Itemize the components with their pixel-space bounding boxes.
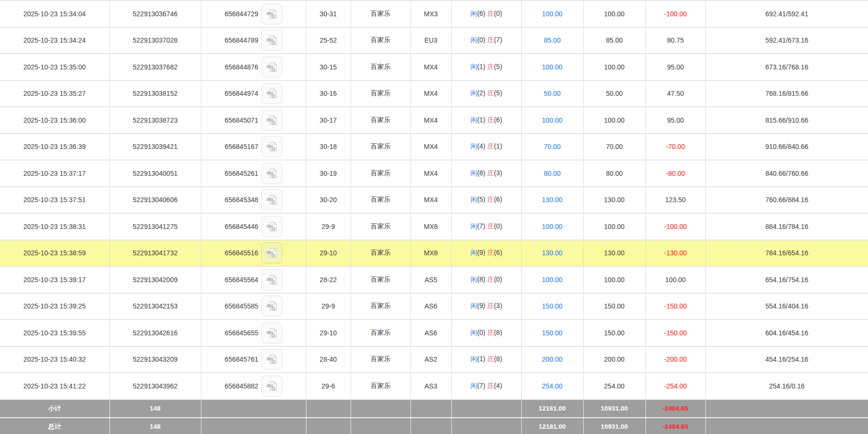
- cell-win-loss: -150.00: [645, 293, 705, 320]
- cell-round-number: 656844729: [201, 0, 306, 27]
- banker-result-label: 庄: [487, 275, 494, 283]
- bet-records-table: 2025-10-23 15:34:04 522913036746 6568447…: [0, 0, 868, 434]
- video-replay-button[interactable]: [261, 269, 282, 290]
- grand-total-bet-amount: 12181.00: [521, 418, 583, 434]
- grand-total-label: 总计: [0, 418, 109, 434]
- player-result-label: 闲: [470, 222, 477, 230]
- video-replay-button[interactable]: [261, 216, 282, 237]
- banker-result-label: 庄: [487, 222, 494, 230]
- grand-total-win-loss: -2404.65: [645, 418, 705, 434]
- table-row[interactable]: 2025-10-23 15:39:17 522913042009 6568455…: [0, 266, 868, 293]
- video-file-icon: [266, 274, 278, 286]
- table-row[interactable]: 2025-10-23 15:36:00 522913038723 6568450…: [0, 107, 868, 134]
- video-replay-button[interactable]: [261, 376, 282, 397]
- video-replay-button[interactable]: [261, 30, 282, 51]
- cell-bet-amount: 200.00: [521, 346, 583, 373]
- cell-table-code: MX4: [411, 107, 451, 134]
- banker-result-count: (3): [494, 302, 502, 309]
- table-row[interactable]: 2025-10-23 15:35:27 522913038152 6568449…: [0, 80, 868, 107]
- cell-bet-id: 522913038152: [109, 80, 201, 107]
- video-replay-button[interactable]: [261, 189, 282, 210]
- video-file-icon: [266, 34, 278, 46]
- table-row[interactable]: 2025-10-23 15:36:39 522913039421 6568451…: [0, 134, 868, 160]
- table-row[interactable]: 2025-10-23 15:35:00 522913037682 6568448…: [0, 54, 868, 80]
- player-result-count: (4): [477, 142, 485, 150]
- player-result-label: 闲: [470, 249, 477, 256]
- round-number: 656844789: [224, 36, 258, 44]
- cell-bet-id: 522913041275: [109, 213, 201, 240]
- table-row[interactable]: 2025-10-23 15:34:04 522913036746 6568447…: [0, 0, 868, 27]
- video-replay-button[interactable]: [261, 349, 282, 370]
- banker-result-label: 庄: [487, 302, 494, 309]
- round-number: 656845585: [224, 302, 258, 310]
- player-result-label: 闲: [470, 89, 477, 97]
- round-number: 656845655: [224, 329, 258, 337]
- table-row[interactable]: 2025-10-23 15:38:31 522913041275 6568454…: [0, 213, 868, 240]
- cell-balance: 604.16/454.16: [705, 320, 868, 346]
- cell-valid-amount: 80.00: [583, 160, 645, 187]
- video-file-icon: [266, 300, 278, 312]
- cell-game-name: 百家乐: [351, 0, 411, 27]
- cell-bet-time: 2025-10-23 15:38:59: [0, 240, 109, 267]
- video-replay-button[interactable]: [261, 136, 282, 157]
- player-result-label: 闲: [470, 195, 477, 203]
- video-replay-button[interactable]: [261, 163, 282, 184]
- video-replay-button[interactable]: [261, 296, 282, 317]
- table-row[interactable]: 2025-10-23 15:37:51 522913040606 6568453…: [0, 187, 868, 214]
- cell-bet-time: 2025-10-23 15:39:25: [0, 293, 109, 320]
- cell-valid-amount: 100.00: [583, 54, 645, 80]
- grand-total-valid-amount: 10931.00: [583, 418, 645, 434]
- cell-bet-time: 2025-10-23 15:34:04: [0, 0, 109, 27]
- player-result-label: 闲: [470, 116, 477, 124]
- cell-balance: 884.16/784.16: [705, 213, 868, 240]
- video-replay-button[interactable]: [261, 83, 282, 104]
- table-row[interactable]: 2025-10-23 15:38:59 522913041732 6568455…: [0, 240, 868, 267]
- table-row[interactable]: 2025-10-23 15:34:24 522913037028 6568447…: [0, 27, 868, 54]
- cell-table-seat: 28-40: [306, 346, 351, 373]
- round-number: 656844974: [224, 90, 258, 97]
- cell-bet-amount: 150.00: [521, 320, 583, 346]
- cell-balance: 760.66/884.16: [705, 187, 868, 214]
- video-replay-button[interactable]: [261, 110, 282, 131]
- video-file-icon: [266, 327, 278, 339]
- cell-table-seat: 30-17: [306, 107, 351, 134]
- table-row[interactable]: 2025-10-23 15:39:25 522913042153 6568455…: [0, 293, 868, 320]
- round-number: 656845348: [224, 196, 258, 204]
- table-row[interactable]: 2025-10-23 15:40:32 522913043209 6568457…: [0, 346, 868, 373]
- banker-result-count: (6): [494, 249, 502, 256]
- video-replay-button[interactable]: [261, 57, 282, 78]
- cell-table-code: EU3: [411, 27, 451, 54]
- cell-valid-amount: 200.00: [583, 346, 645, 373]
- subtotal-row: 小计 148 12181.00 10931.00 -2404.65: [0, 400, 868, 418]
- player-result-count: (8): [477, 169, 485, 177]
- cell-game-result: 闲(9) 庄(3): [451, 293, 521, 320]
- video-file-icon: [266, 8, 278, 20]
- cell-round-number: 656845882: [201, 373, 306, 400]
- cell-valid-amount: 254.00: [583, 373, 645, 400]
- player-result-count: (5): [477, 195, 485, 203]
- cell-bet-amount: 100.00: [521, 266, 583, 293]
- cell-round-number: 656845167: [201, 134, 306, 160]
- table-row[interactable]: 2025-10-23 15:39:55 522913042616 6568456…: [0, 320, 868, 346]
- table-row[interactable]: 2025-10-23 15:37:17 522913040051 6568452…: [0, 160, 868, 187]
- video-replay-button[interactable]: [261, 322, 282, 343]
- video-replay-button[interactable]: [261, 3, 282, 24]
- cell-table-seat: 29-10: [306, 320, 351, 346]
- cell-table-code: MX8: [411, 240, 451, 267]
- cell-win-loss: -254.00: [645, 373, 705, 400]
- cell-bet-time: 2025-10-23 15:39:17: [0, 266, 109, 293]
- banker-result-count: (0): [494, 222, 502, 230]
- cell-valid-amount: 70.00: [583, 134, 645, 160]
- table-row[interactable]: 2025-10-23 15:41:22 522913043962 6568458…: [0, 373, 868, 400]
- cell-game-result: 闲(9) 庄(6): [451, 240, 521, 267]
- cell-table-code: MX4: [411, 134, 451, 160]
- cell-game-result: 闲(7) 庄(0): [451, 213, 521, 240]
- cell-bet-time: 2025-10-23 15:34:24: [0, 27, 109, 54]
- cell-valid-amount: 50.00: [583, 80, 645, 107]
- cell-bet-amount: 50.00: [521, 80, 583, 107]
- cell-round-number: 656845761: [201, 346, 306, 373]
- cell-game-result: 闲(2) 庄(5): [451, 80, 521, 107]
- player-result-count: (9): [477, 249, 485, 256]
- round-number: 656845882: [224, 382, 258, 390]
- video-replay-button[interactable]: [261, 242, 282, 263]
